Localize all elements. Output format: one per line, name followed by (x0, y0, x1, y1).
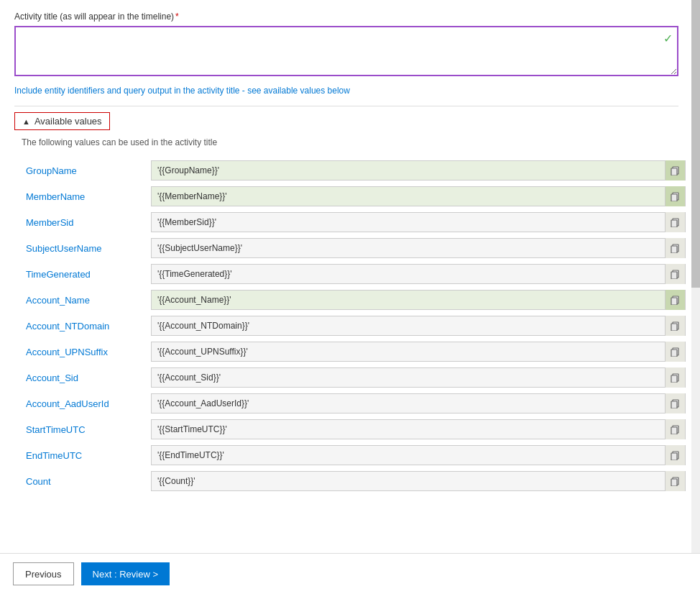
copy-button[interactable] (665, 290, 685, 310)
table-row: Account_AadUserId'{{Account_AadUserId}}' (22, 390, 686, 416)
table-row: Account_Sid'{{Account_Sid}}' (22, 365, 686, 390)
value-name-account_aaduserid[interactable]: Account_AadUserId (22, 390, 151, 416)
value-name-membersid[interactable]: MemberSid (22, 209, 151, 235)
copy-icon (671, 347, 681, 357)
svg-rect-7 (671, 246, 677, 253)
value-cell-timegenerated: '{{TimeGenerated}}' (151, 261, 686, 287)
value-field-wrapper: '{{Account_Name}}' (151, 290, 686, 310)
table-row: MemberName'{{MemberName}}' (22, 183, 686, 209)
value-field-text: '{{Account_Name}}' (152, 295, 665, 305)
svg-rect-25 (671, 479, 677, 486)
value-field-text: '{{GroupName}}' (152, 165, 665, 175)
copy-icon (671, 243, 681, 253)
value-field-wrapper: '{{SubjectUserName}}' (151, 238, 686, 258)
svg-rect-9 (671, 272, 677, 279)
next-review-button[interactable]: Next : Review > (81, 562, 170, 585)
toggle-label: Available values (34, 116, 102, 127)
table-row: StartTimeUTC'{{StartTimeUTC}}' (22, 416, 686, 442)
value-field-wrapper: '{{MemberName}}' (151, 186, 686, 206)
value-cell-account_ntdomain: '{{Account_NTDomain}}' (151, 313, 686, 339)
svg-rect-23 (671, 453, 677, 460)
copy-icon (671, 398, 681, 408)
svg-rect-21 (671, 427, 677, 434)
copy-icon (671, 165, 681, 175)
value-cell-subjectusername: '{{SubjectUserName}}' (151, 235, 686, 261)
value-cell-membername: '{{MemberName}}' (151, 183, 686, 209)
copy-button[interactable] (665, 419, 685, 439)
copy-button[interactable] (665, 471, 685, 491)
value-name-count[interactable]: Count (22, 468, 151, 494)
copy-button[interactable] (665, 316, 685, 336)
required-marker: * (175, 12, 179, 22)
value-name-membername[interactable]: MemberName (22, 183, 151, 209)
value-field-text: '{{Account_NTDomain}}' (152, 321, 665, 331)
table-row: Account_Name'{{Account_Name}}' (22, 287, 686, 313)
copy-icon (671, 373, 681, 383)
value-field-text: '{{MemberSid}}' (152, 217, 665, 227)
copy-button[interactable] (665, 212, 685, 232)
value-name-account_sid[interactable]: Account_Sid (22, 365, 151, 390)
copy-button[interactable] (665, 367, 685, 388)
value-cell-count: '{{Count}}' (151, 468, 686, 494)
value-field-wrapper: '{{Account_Sid}}' (151, 367, 686, 388)
copy-icon (671, 269, 681, 279)
table-row: EndTimeUTC'{{EndTimeUTC}}' (22, 442, 686, 468)
value-field-text: '{{StartTimeUTC}}' (152, 424, 665, 434)
scrollbar-thumb[interactable] (691, 0, 700, 288)
value-name-endtimeutc[interactable]: EndTimeUTC (22, 442, 151, 468)
value-name-account_ntdomain[interactable]: Account_NTDomain (22, 313, 151, 339)
chevron-up-icon: ▲ (22, 117, 30, 126)
field-label-text: Activity title (as will appear in the ti… (14, 12, 174, 22)
svg-rect-13 (671, 324, 677, 331)
value-field-text: '{{Account_UPNSuffix}}' (152, 347, 665, 357)
value-field-text: '{{EndTimeUTC}}' (152, 450, 665, 460)
copy-button[interactable] (665, 264, 685, 284)
hint-text: Include entity identifiers and query out… (14, 86, 678, 96)
value-field-wrapper: '{{GroupName}}' (151, 160, 686, 181)
copy-button[interactable] (665, 160, 685, 181)
value-cell-account_upnsuffix: '{{Account_UPNSuffix}}' (151, 339, 686, 365)
available-values-toggle[interactable]: ▲ Available values (14, 112, 110, 130)
copy-button[interactable] (665, 342, 685, 362)
value-field-wrapper: '{{Account_NTDomain}}' (151, 316, 686, 336)
footer-nav: Previous Next : Review > (0, 553, 700, 594)
value-name-starttimeutc[interactable]: StartTimeUTC (22, 416, 151, 442)
table-row: GroupName'{{GroupName}}' (22, 157, 686, 183)
value-field-wrapper: '{{Account_UPNSuffix}}' (151, 342, 686, 362)
value-cell-membersid: '{{MemberSid}}' (151, 209, 686, 235)
value-field-text: '{{TimeGenerated}}' (152, 269, 665, 279)
textarea-wrapper: ✓ (14, 26, 678, 78)
value-cell-account_aaduserid: '{{Account_AadUserId}}' (151, 390, 686, 416)
copy-button[interactable] (665, 445, 685, 465)
values-table: GroupName'{{GroupName}}' MemberName'{{Me… (22, 157, 686, 494)
copy-icon (671, 321, 681, 331)
value-field-text: '{{Account_AadUserId}}' (152, 398, 665, 408)
value-name-timegenerated[interactable]: TimeGenerated (22, 261, 151, 287)
value-cell-groupname: '{{GroupName}}' (151, 157, 686, 183)
value-field-text: '{{MemberName}}' (152, 191, 665, 201)
copy-icon (671, 295, 681, 305)
copy-icon (671, 424, 681, 434)
copy-button[interactable] (665, 238, 685, 258)
table-row: Account_UPNSuffix'{{Account_UPNSuffix}}' (22, 339, 686, 365)
value-name-groupname[interactable]: GroupName (22, 157, 151, 183)
scrollbar[interactable] (691, 0, 700, 594)
svg-rect-3 (671, 194, 677, 201)
copy-icon (671, 476, 681, 486)
copy-icon (671, 217, 681, 227)
value-field-wrapper: '{{StartTimeUTC}}' (151, 419, 686, 439)
value-name-account_name[interactable]: Account_Name (22, 287, 151, 313)
previous-button[interactable]: Previous (13, 562, 74, 585)
value-field-text: '{{SubjectUserName}}' (152, 243, 665, 253)
value-name-account_upnsuffix[interactable]: Account_UPNSuffix (22, 339, 151, 365)
copy-button[interactable] (665, 186, 685, 206)
copy-button[interactable] (665, 393, 685, 413)
value-field-wrapper: '{{TimeGenerated}}' (151, 264, 686, 284)
value-cell-account_sid: '{{Account_Sid}}' (151, 365, 686, 390)
svg-rect-19 (671, 401, 677, 408)
copy-icon (671, 450, 681, 460)
table-row: Account_NTDomain'{{Account_NTDomain}}' (22, 313, 686, 339)
field-label: Activity title (as will appear in the ti… (14, 12, 678, 22)
activity-title-input[interactable] (14, 26, 678, 76)
value-name-subjectusername[interactable]: SubjectUserName (22, 235, 151, 261)
